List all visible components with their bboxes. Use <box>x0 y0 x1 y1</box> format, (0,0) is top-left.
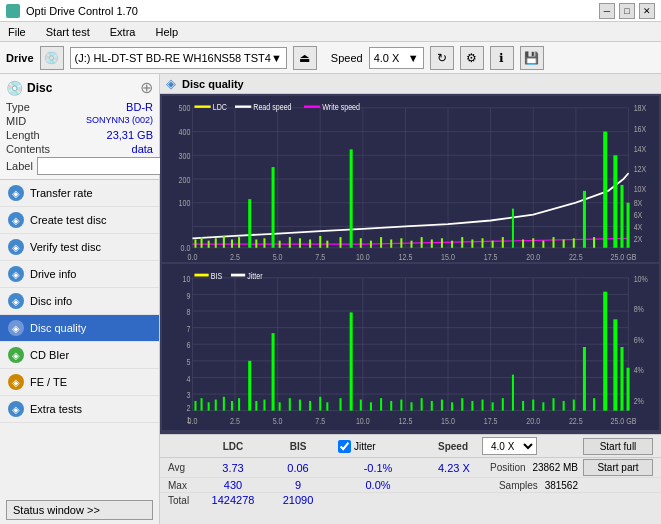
svg-rect-160 <box>583 347 586 411</box>
svg-rect-33 <box>309 239 311 247</box>
start-part-button[interactable]: Start part <box>583 459 653 476</box>
speed-selector[interactable]: 4.0 X ▼ <box>369 47 424 69</box>
sidebar-item-disc-quality[interactable]: ◈ Disc quality <box>0 315 159 342</box>
svg-text:4%: 4% <box>634 364 645 375</box>
menu-file[interactable]: File <box>4 24 30 40</box>
menu-extra[interactable]: Extra <box>106 24 140 40</box>
maximize-button[interactable]: □ <box>619 3 635 19</box>
svg-text:10: 10 <box>183 273 191 284</box>
drive-selector[interactable]: (J:) HL-DT-ST BD-RE WH16NS58 TST4 ▼ <box>70 47 287 69</box>
menu-help[interactable]: Help <box>151 24 182 40</box>
svg-rect-162 <box>603 292 607 411</box>
svg-rect-128 <box>263 400 265 411</box>
sidebar-item-cd-bier[interactable]: ◈ CD BIer <box>0 342 159 369</box>
svg-rect-56 <box>542 241 544 248</box>
svg-text:2.5: 2.5 <box>230 415 240 426</box>
total-ldc-value: 1424278 <box>198 494 268 506</box>
svg-rect-151 <box>492 402 494 410</box>
svg-text:12.5: 12.5 <box>399 415 413 426</box>
svg-rect-137 <box>350 312 353 410</box>
svg-text:6: 6 <box>186 339 190 350</box>
svg-text:Read speed: Read speed <box>253 103 291 113</box>
ldc-header: LDC <box>198 441 268 452</box>
menu-start-test[interactable]: Start test <box>42 24 94 40</box>
svg-text:2X: 2X <box>634 234 643 244</box>
total-label: Total <box>168 495 198 506</box>
svg-rect-32 <box>299 238 301 247</box>
svg-text:16X: 16X <box>634 124 647 134</box>
svg-text:12.5: 12.5 <box>399 252 413 262</box>
svg-rect-29 <box>272 167 275 248</box>
eject-button[interactable]: ⏏ <box>293 46 317 70</box>
menu-bar: File Start test Extra Help <box>0 22 661 42</box>
drive-info-icon: ◈ <box>8 266 24 282</box>
jitter-checkbox[interactable] <box>338 440 351 453</box>
save-button[interactable]: 💾 <box>520 46 544 70</box>
transfer-rate-icon: ◈ <box>8 185 24 201</box>
sidebar-item-extra-tests[interactable]: ◈ Extra tests <box>0 396 159 423</box>
svg-rect-148 <box>461 398 463 410</box>
svg-rect-39 <box>370 241 372 248</box>
speed-dropdown[interactable]: 4.0 X <box>482 437 537 455</box>
speed-col-header: Speed <box>438 441 478 452</box>
svg-rect-19 <box>194 239 196 247</box>
quality-title: Disc quality <box>182 78 244 90</box>
svg-rect-44 <box>421 237 423 248</box>
length-label: Length <box>6 129 40 141</box>
disc-icon: 💿 <box>6 80 23 96</box>
svg-rect-53 <box>512 209 514 248</box>
sidebar: 💿 Disc ⊕ Type BD-R MID SONYNN3 (002) Len… <box>0 74 160 524</box>
svg-text:3: 3 <box>186 389 190 400</box>
svg-rect-35 <box>326 241 328 248</box>
disc-info-icon: ◈ <box>8 293 24 309</box>
svg-rect-147 <box>451 402 453 410</box>
create-test-disc-icon: ◈ <box>8 212 24 228</box>
extra-tests-label: Extra tests <box>30 403 82 415</box>
svg-text:8X: 8X <box>634 199 643 209</box>
settings-button[interactable]: ⚙ <box>460 46 484 70</box>
drive-toolbar: Drive 💿 (J:) HL-DT-ST BD-RE WH16NS58 TST… <box>0 42 661 74</box>
app-title: Opti Drive Control 1.70 <box>26 5 138 17</box>
svg-rect-119 <box>194 401 196 411</box>
svg-text:10.0: 10.0 <box>356 415 370 426</box>
svg-rect-192 <box>194 274 208 277</box>
svg-rect-30 <box>279 241 281 248</box>
svg-rect-141 <box>390 401 392 411</box>
svg-rect-52 <box>502 237 504 248</box>
status-window-button[interactable]: Status window >> <box>6 500 153 520</box>
refresh-button[interactable]: ↻ <box>430 46 454 70</box>
svg-rect-156 <box>542 402 544 410</box>
app-icon <box>6 4 20 18</box>
svg-rect-131 <box>289 398 291 410</box>
sidebar-item-verify-test-disc[interactable]: ◈ Verify test disc <box>0 234 159 261</box>
start-full-button[interactable]: Start full <box>583 438 653 455</box>
sidebar-item-create-test-disc[interactable]: ◈ Create test disc <box>0 207 159 234</box>
svg-rect-36 <box>340 237 342 248</box>
info-button[interactable]: ℹ <box>490 46 514 70</box>
svg-rect-164 <box>620 347 623 411</box>
svg-rect-129 <box>272 333 275 410</box>
svg-rect-60 <box>583 191 586 248</box>
sidebar-item-disc-info[interactable]: ◈ Disc info <box>0 288 159 315</box>
svg-rect-140 <box>380 398 382 410</box>
svg-text:22.5: 22.5 <box>569 415 583 426</box>
close-button[interactable]: ✕ <box>639 3 655 19</box>
cd-bier-label: CD BIer <box>30 349 69 361</box>
sidebar-item-drive-info[interactable]: ◈ Drive info <box>0 261 159 288</box>
main-layout: 💿 Disc ⊕ Type BD-R MID SONYNN3 (002) Len… <box>0 74 661 524</box>
svg-rect-134 <box>319 397 321 411</box>
max-ldc-value: 430 <box>198 479 268 491</box>
samples-label: Samples <box>499 480 538 491</box>
minimize-button[interactable]: ─ <box>599 3 615 19</box>
svg-rect-142 <box>400 400 402 411</box>
disc-info-label: Disc info <box>30 295 72 307</box>
svg-rect-49 <box>471 239 473 247</box>
window-controls: ─ □ ✕ <box>599 3 655 19</box>
svg-rect-38 <box>360 238 362 247</box>
sidebar-item-transfer-rate[interactable]: ◈ Transfer rate <box>0 180 159 207</box>
svg-rect-159 <box>573 400 575 411</box>
svg-rect-48 <box>461 237 463 248</box>
sidebar-item-fe-te[interactable]: ◈ FE / TE <box>0 369 159 396</box>
label-input[interactable] <box>37 157 170 175</box>
svg-rect-22 <box>215 238 217 247</box>
